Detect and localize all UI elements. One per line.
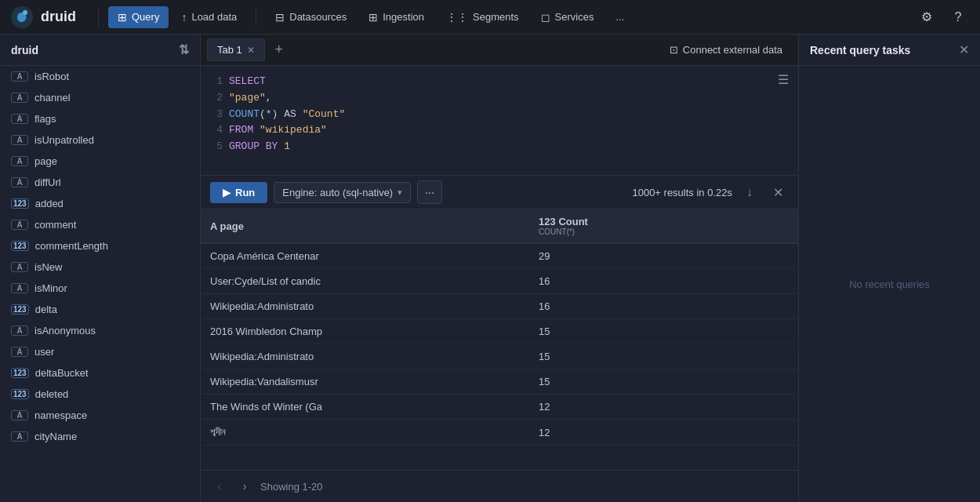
main-layout: druid ⇅ AisRobotAchannelAflagsAisUnpatro… (0, 35, 980, 502)
right-panel: Recent query tasks ✕ No recent queries (798, 35, 980, 502)
table-cell-count: 12 (529, 420, 798, 446)
sidebar-item[interactable]: Achannel (0, 87, 200, 108)
sidebar-item-type: A (11, 347, 28, 357)
tab-1-close[interactable]: ✕ (247, 45, 255, 55)
nav-query[interactable]: ⊞ Query (108, 6, 169, 28)
settings-button[interactable]: ⚙ (914, 5, 939, 30)
col-count-header-label: Count (558, 216, 588, 227)
nav-more[interactable]: ... (606, 6, 633, 27)
sidebar-item[interactable]: 123delta (0, 299, 200, 320)
run-button[interactable]: ▶ Run (210, 182, 267, 203)
connect-external-data-button[interactable]: ⊡ Connect external data (660, 40, 792, 60)
nav-divider-2 (256, 8, 256, 27)
code-line: SELECT (229, 74, 798, 90)
right-panel-close-button[interactable]: ✕ (959, 42, 969, 57)
chevron-down-icon: ▾ (397, 187, 402, 198)
table-row[interactable]: The Winds of Winter (Ga12 (201, 395, 798, 420)
col-count-expr: COUNT(*) (539, 227, 789, 236)
nav-query-label: Query (132, 11, 159, 23)
sidebar-item-name: isAnonymous (34, 325, 96, 336)
sidebar-item[interactable]: AcityName (0, 426, 200, 447)
sidebar-items-list: AisRobotAchannelAflagsAisUnpatrolledApag… (0, 66, 200, 502)
right-panel-header: Recent query tasks ✕ (799, 35, 980, 66)
pagination-info: Showing 1-20 (260, 481, 323, 493)
editor-content: 12345 SELECT "page", COUNT(*) AS "Count"… (201, 66, 798, 175)
line-number: 4 (204, 122, 223, 139)
tabs-bar: Tab 1 ✕ + ⊡ Connect external data (201, 35, 798, 66)
table-row[interactable]: 2016 Wimbledon Champ15 (201, 319, 798, 344)
sidebar-item-type: 123 (11, 389, 29, 399)
sidebar-item-type: A (11, 114, 28, 124)
sidebar-item[interactable]: AdiffUrl (0, 172, 200, 193)
sidebar-item[interactable]: 123deleted (0, 384, 200, 405)
table-cell-count: 16 (529, 269, 798, 294)
sort-icon[interactable]: ⇅ (179, 42, 189, 57)
pagination-bar: ‹ › Showing 1-20 (201, 470, 798, 502)
table-cell-page: Wikipedia:Administrato (201, 294, 529, 319)
nav-segments[interactable]: ⋮⋮ Segments (437, 6, 528, 28)
sidebar-item[interactable]: AisRobot (0, 66, 200, 87)
sidebar-item-name: isMinor (34, 282, 67, 294)
logo: druid (9, 5, 76, 30)
results-info: 1000+ results in 0.22s (632, 187, 732, 198)
sidebar-item[interactable]: AisAnonymous (0, 320, 200, 341)
sidebar-item[interactable]: Acomment (0, 214, 200, 235)
table-cell-count: 29 (529, 243, 798, 269)
nav-services-label: Services (555, 11, 594, 23)
help-button[interactable]: ? (946, 5, 971, 30)
sidebar-item-name: isUnpatrolled (34, 134, 94, 146)
sidebar-item[interactable]: AisNew (0, 256, 200, 278)
close-results-button[interactable]: ✕ (767, 181, 789, 203)
sidebar-item[interactable]: 123added (0, 193, 200, 214)
more-options-button[interactable]: ··· (417, 180, 442, 204)
add-tab-button[interactable]: + (268, 39, 290, 61)
table-row[interactable]: Copa América Centenar29 (201, 243, 798, 269)
nav-load-data[interactable]: ↑ Load data (172, 6, 246, 28)
table-row[interactable]: Wikipedia:Vandalismusr15 (201, 369, 798, 395)
results-table-scroll[interactable]: A page 123 Count COUNT(*) Copa América C… (201, 209, 798, 470)
sidebar-item-type: A (11, 71, 28, 82)
run-icon: ▶ (223, 187, 230, 198)
ingestion-icon: ⊞ (368, 11, 378, 24)
content-area: Tab 1 ✕ + ⊡ Connect external data 12345 … (201, 35, 798, 502)
sidebar-item[interactable]: AisMinor (0, 278, 200, 299)
sidebar-item-name: page (34, 155, 57, 167)
sidebar-item[interactable]: Aflags (0, 108, 200, 129)
editor-menu-icon[interactable]: ☰ (778, 72, 789, 87)
sidebar-item[interactable]: AisUnpatrolled (0, 129, 200, 151)
sql-editor[interactable]: 12345 SELECT "page", COUNT(*) AS "Count"… (201, 66, 798, 176)
engine-selector[interactable]: Engine: auto (sql-native) ▾ (274, 182, 411, 203)
sidebar-item[interactable]: Auser (0, 341, 200, 362)
table-row[interactable]: শব্দীন12 (201, 420, 798, 446)
datasources-icon: ⊟ (275, 11, 285, 24)
table-cell-page: Wikipedia:Administrato (201, 344, 529, 369)
table-cell-page: শব্দীন (201, 420, 529, 446)
table-row[interactable]: Wikipedia:Administrato16 (201, 294, 798, 319)
tab-1[interactable]: Tab 1 ✕ (207, 38, 265, 61)
nav-ingestion-label: Ingestion (383, 11, 424, 23)
code-line: "page", (229, 90, 798, 107)
sidebar-item-name: isNew (34, 261, 62, 273)
next-page-button[interactable]: › (235, 477, 254, 496)
nav-datasources[interactable]: ⊟ Datasources (266, 6, 356, 28)
download-button[interactable]: ↓ (739, 181, 760, 203)
sidebar-item-name: isRobot (34, 71, 69, 82)
run-label: Run (235, 187, 255, 198)
sidebar-item[interactable]: 123deltaBucket (0, 362, 200, 384)
engine-label: Engine: auto (sql-native) (282, 187, 393, 198)
nav-right-actions: ⚙ ? (914, 5, 971, 30)
nav-services[interactable]: ◻ Services (532, 6, 604, 28)
no-recent-queries-text: No recent queries (849, 278, 930, 290)
connect-btn-label: Connect external data (683, 44, 782, 56)
sidebar-item[interactable]: Anamespace (0, 405, 200, 426)
sidebar-item[interactable]: Apage (0, 151, 200, 172)
prev-page-button[interactable]: ‹ (210, 477, 229, 496)
col-page-type-icon: A (210, 220, 220, 232)
sidebar-item-name: deltaBucket (35, 367, 89, 379)
sidebar-item[interactable]: 123commentLength (0, 235, 200, 256)
table-row[interactable]: Wikipedia:Administrato15 (201, 344, 798, 369)
tab-1-label: Tab 1 (217, 44, 242, 56)
nav-ingestion[interactable]: ⊞ Ingestion (359, 6, 434, 28)
sidebar-item-name: cityName (34, 431, 77, 442)
table-row[interactable]: User:Cyde/List of candic16 (201, 269, 798, 294)
